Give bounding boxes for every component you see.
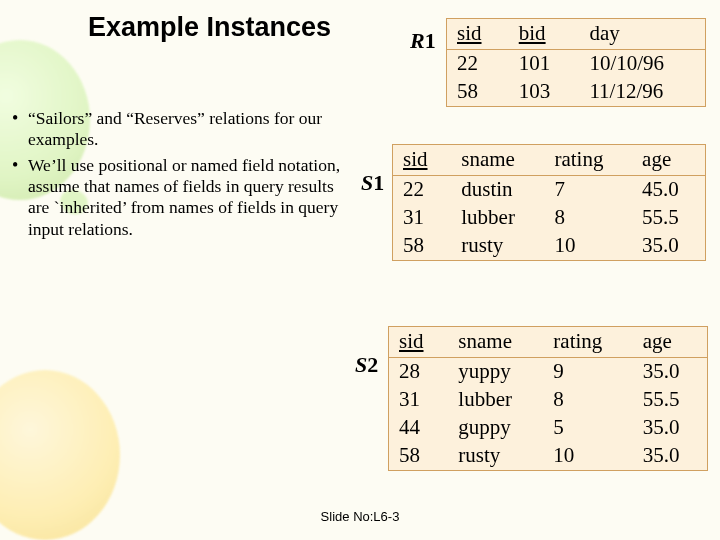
slide-number: Slide No:L6-3 (0, 509, 720, 524)
table-row: 31 lubber 8 55.5 (389, 386, 707, 414)
table-row: 58 103 11/12/96 (447, 78, 705, 106)
table-row: 58 rusty 10 35.0 (389, 442, 707, 470)
bullet-1: “Sailors” and “Reserves” relations for o… (10, 108, 350, 151)
body-text: “Sailors” and “Reserves” relations for o… (10, 108, 350, 244)
label-r1: R1 (410, 28, 436, 54)
table-r1: sid bid day 22 101 10/10/96 58 103 11/12… (446, 18, 706, 107)
table-row: 44 guppy 5 35.0 (389, 414, 707, 442)
table-row: 58 rusty 10 35.0 (393, 232, 705, 260)
label-s1: S1 (361, 170, 384, 196)
table-row: 22 dustin 7 45.0 (393, 176, 705, 205)
table-row: 31 lubber 8 55.5 (393, 204, 705, 232)
table-row: 22 101 10/10/96 (447, 50, 705, 79)
label-s2: S2 (355, 352, 378, 378)
bullet-2: We’ll use positional or named field nota… (10, 155, 350, 240)
table-row: 28 yuppy 9 35.0 (389, 358, 707, 387)
table-s1: sid sname rating age 22 dustin 7 45.0 31… (392, 144, 706, 261)
table-s2: sid sname rating age 28 yuppy 9 35.0 31 … (388, 326, 708, 471)
